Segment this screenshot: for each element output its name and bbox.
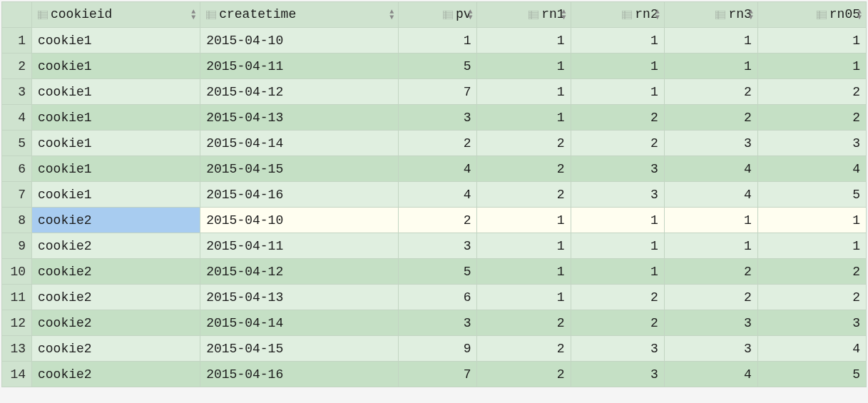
cell-rn05[interactable]: 2	[757, 105, 866, 131]
cell-rn3[interactable]: 4	[664, 156, 757, 182]
cell-pv[interactable]: 4	[399, 156, 477, 182]
column-header-rn2[interactable]: rn2▲▼	[571, 2, 664, 28]
table-row[interactable]: 11cookie22015-04-1361222	[2, 285, 867, 310]
sort-icon[interactable]: ▲▼	[857, 9, 862, 21]
cell-createtime[interactable]: 2015-04-11	[200, 53, 399, 79]
cell-pv[interactable]: 2	[399, 131, 477, 156]
cell-rn2[interactable]: 3	[571, 336, 664, 362]
cell-cookieid[interactable]: cookie2	[32, 285, 200, 310]
cell-rn2[interactable]: 3	[571, 362, 664, 387]
cell-rn05[interactable]: 5	[757, 182, 866, 208]
row-number[interactable]: 9	[2, 233, 32, 259]
cell-pv[interactable]: 3	[399, 310, 477, 336]
table-row[interactable]: 2cookie12015-04-1151111	[2, 53, 867, 79]
cell-rn1[interactable]: 1	[477, 28, 571, 53]
cell-cookieid[interactable]: cookie1	[32, 105, 200, 131]
row-number-header[interactable]	[2, 2, 32, 28]
cell-rn1[interactable]: 1	[477, 105, 571, 131]
cell-rn2[interactable]: 1	[571, 28, 664, 53]
cell-rn2[interactable]: 3	[571, 182, 664, 208]
row-number[interactable]: 12	[2, 310, 32, 336]
cell-pv[interactable]: 9	[399, 336, 477, 362]
cell-rn1[interactable]: 2	[477, 182, 571, 208]
cell-rn3[interactable]: 4	[664, 362, 757, 387]
cell-rn3[interactable]: 1	[664, 53, 757, 79]
cell-rn3[interactable]: 1	[664, 28, 757, 53]
row-number[interactable]: 4	[2, 105, 32, 131]
cell-rn1[interactable]: 1	[477, 233, 571, 259]
cell-rn05[interactable]: 1	[757, 233, 866, 259]
column-header-pv[interactable]: pv▲▼	[399, 2, 477, 28]
column-header-createtime[interactable]: createtime▲▼	[200, 2, 399, 28]
cell-rn1[interactable]: 2	[477, 156, 571, 182]
data-grid[interactable]: cookieid▲▼createtime▲▼pv▲▼rn1▲▼rn2▲▼rn3▲…	[1, 1, 867, 387]
sort-icon[interactable]: ▲▼	[191, 9, 195, 21]
cell-rn1[interactable]: 1	[477, 53, 571, 79]
row-number[interactable]: 6	[2, 156, 32, 182]
cell-pv[interactable]: 4	[399, 182, 477, 208]
table-row[interactable]: 13cookie22015-04-1592334	[2, 336, 867, 362]
cell-rn05[interactable]: 3	[757, 131, 866, 156]
cell-rn05[interactable]: 3	[757, 310, 866, 336]
row-number[interactable]: 8	[2, 208, 32, 233]
cell-pv[interactable]: 7	[399, 79, 477, 105]
cell-createtime[interactable]: 2015-04-11	[200, 233, 399, 259]
cell-rn1[interactable]: 1	[477, 259, 571, 285]
cell-rn05[interactable]: 5	[757, 362, 866, 387]
cell-rn3[interactable]: 1	[664, 208, 757, 233]
cell-rn2[interactable]: 2	[571, 105, 664, 131]
cell-rn2[interactable]: 2	[571, 285, 664, 310]
cell-createtime[interactable]: 2015-04-13	[200, 285, 399, 310]
cell-rn2[interactable]: 2	[571, 310, 664, 336]
cell-rn05[interactable]: 1	[757, 208, 866, 233]
column-header-cookieid[interactable]: cookieid▲▼	[32, 2, 200, 28]
cell-rn05[interactable]: 2	[757, 259, 866, 285]
sort-icon[interactable]: ▲▼	[389, 9, 394, 21]
sort-icon[interactable]: ▲▼	[749, 9, 753, 21]
cell-rn3[interactable]: 4	[664, 182, 757, 208]
cell-cookieid[interactable]: cookie1	[32, 28, 200, 53]
cell-cookieid[interactable]: cookie1	[32, 182, 200, 208]
table-row[interactable]: 12cookie22015-04-1432233	[2, 310, 867, 336]
cell-pv[interactable]: 3	[399, 105, 477, 131]
cell-rn05[interactable]: 2	[757, 79, 866, 105]
cell-rn05[interactable]: 1	[757, 28, 866, 53]
cell-createtime[interactable]: 2015-04-16	[200, 362, 399, 387]
cell-rn05[interactable]: 2	[757, 285, 866, 310]
cell-rn1[interactable]: 2	[477, 131, 571, 156]
cell-cookieid[interactable]: cookie2	[32, 233, 200, 259]
cell-createtime[interactable]: 2015-04-12	[200, 79, 399, 105]
cell-cookieid[interactable]: cookie2	[32, 362, 200, 387]
table-row[interactable]: 6cookie12015-04-1542344	[2, 156, 867, 182]
cell-rn1[interactable]: 1	[477, 208, 571, 233]
cell-createtime[interactable]: 2015-04-10	[200, 28, 399, 53]
table-row[interactable]: 5cookie12015-04-1422233	[2, 131, 867, 156]
cell-pv[interactable]: 2	[399, 208, 477, 233]
column-header-rn3[interactable]: rn3▲▼	[664, 2, 757, 28]
cell-rn1[interactable]: 2	[477, 362, 571, 387]
cell-rn2[interactable]: 1	[571, 208, 664, 233]
cell-rn2[interactable]: 3	[571, 156, 664, 182]
cell-rn3[interactable]: 2	[664, 79, 757, 105]
cell-pv[interactable]: 5	[399, 259, 477, 285]
table-row[interactable]: 10cookie22015-04-1251122	[2, 259, 867, 285]
cell-rn05[interactable]: 1	[757, 53, 866, 79]
cell-rn1[interactable]: 2	[477, 336, 571, 362]
cell-cookieid[interactable]: cookie1	[32, 79, 200, 105]
cell-createtime[interactable]: 2015-04-14	[200, 131, 399, 156]
table-row[interactable]: 4cookie12015-04-1331222	[2, 105, 867, 131]
cell-cookieid[interactable]: cookie2	[32, 259, 200, 285]
row-number[interactable]: 3	[2, 79, 32, 105]
cell-rn3[interactable]: 3	[664, 336, 757, 362]
cell-createtime[interactable]: 2015-04-15	[200, 156, 399, 182]
cell-pv[interactable]: 6	[399, 285, 477, 310]
table-row[interactable]: 3cookie12015-04-1271122	[2, 79, 867, 105]
table-row[interactable]: 1cookie12015-04-1011111	[2, 28, 867, 53]
cell-createtime[interactable]: 2015-04-10	[200, 208, 399, 233]
cell-cookieid[interactable]: cookie2	[32, 208, 200, 233]
sort-icon[interactable]: ▲▼	[468, 9, 472, 21]
column-header-rn05[interactable]: rn05▲▼	[757, 2, 866, 28]
cell-rn2[interactable]: 1	[571, 259, 664, 285]
cell-rn05[interactable]: 4	[757, 156, 866, 182]
cell-pv[interactable]: 3	[399, 233, 477, 259]
